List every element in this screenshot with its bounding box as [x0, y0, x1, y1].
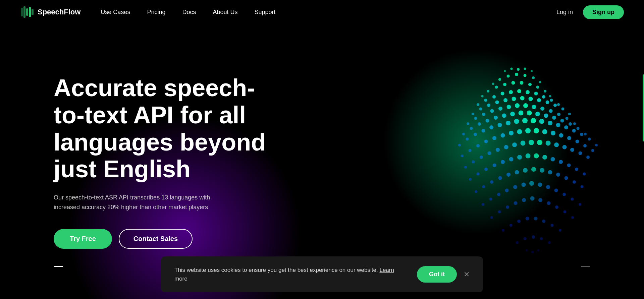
svg-point-14 — [532, 76, 535, 79]
login-button[interactable]: Log in — [556, 9, 573, 16]
svg-point-66 — [470, 127, 473, 130]
svg-point-150 — [498, 176, 502, 180]
svg-point-21 — [520, 81, 524, 85]
svg-point-35 — [542, 95, 545, 99]
svg-point-100 — [469, 149, 472, 152]
svg-point-137 — [509, 157, 514, 162]
svg-point-13 — [524, 74, 527, 77]
svg-point-133 — [477, 173, 480, 176]
svg-point-142 — [551, 157, 555, 162]
svg-point-145 — [575, 168, 578, 171]
scroll-accent — [643, 74, 644, 141]
svg-point-105 — [509, 131, 514, 135]
svg-point-112 — [567, 136, 571, 140]
svg-point-26 — [481, 95, 484, 98]
svg-point-58 — [523, 103, 528, 108]
svg-point-178 — [522, 198, 526, 202]
svg-point-95 — [572, 129, 576, 133]
svg-point-60 — [540, 107, 544, 111]
close-cookie-button[interactable]: ✕ — [464, 271, 470, 278]
svg-point-51 — [467, 122, 469, 125]
svg-point-93 — [556, 123, 560, 127]
hero-buttons: Try Free Contact Sales — [54, 229, 268, 249]
svg-point-167 — [529, 181, 534, 186]
svg-point-107 — [525, 128, 531, 133]
svg-point-79 — [577, 127, 580, 130]
svg-point-129 — [570, 148, 574, 152]
svg-point-199 — [537, 249, 540, 252]
svg-point-104 — [501, 133, 505, 138]
svg-point-11 — [507, 75, 510, 78]
svg-point-148 — [482, 185, 485, 188]
svg-point-152 — [515, 170, 519, 175]
svg-point-151 — [506, 173, 511, 177]
svg-point-20 — [512, 81, 515, 85]
svg-point-33 — [526, 90, 530, 94]
contact-sales-button[interactable]: Contact Sales — [119, 229, 193, 249]
svg-point-184 — [571, 216, 574, 219]
svg-point-177 — [514, 201, 518, 205]
svg-point-77 — [560, 119, 564, 123]
svg-point-46 — [537, 98, 541, 102]
svg-point-111 — [559, 133, 564, 138]
svg-point-64 — [573, 122, 576, 125]
got-it-button[interactable]: Got it — [417, 266, 457, 283]
svg-point-124 — [529, 140, 534, 145]
svg-point-168 — [538, 183, 542, 187]
hero-subtitle: Our speech-to-text ASR API transcribes 1… — [54, 193, 215, 212]
svg-point-153 — [523, 168, 528, 173]
svg-point-176 — [506, 205, 509, 209]
logo-area[interactable]: SpeechFlow — [20, 5, 80, 19]
nav-docs[interactable]: Docs — [182, 9, 196, 16]
svg-point-42 — [503, 98, 507, 102]
svg-point-52 — [474, 117, 477, 120]
svg-point-118 — [480, 156, 483, 159]
nav-use-cases[interactable]: Use Cases — [101, 9, 130, 16]
svg-point-69 — [494, 116, 498, 120]
svg-point-25 — [549, 95, 551, 98]
svg-rect-1 — [23, 6, 25, 18]
svg-point-154 — [531, 167, 536, 172]
svg-point-108 — [534, 128, 539, 133]
svg-point-165 — [513, 185, 517, 189]
svg-point-40 — [487, 104, 490, 107]
hero-content: Accurate speech-to-text API for all lang… — [0, 74, 268, 248]
svg-point-126 — [546, 141, 551, 146]
svg-point-18 — [495, 86, 498, 89]
navbar: SpeechFlow Use Cases Pricing Docs About … — [0, 0, 644, 24]
svg-point-57 — [515, 103, 520, 108]
svg-point-188 — [526, 217, 529, 221]
svg-point-172 — [571, 198, 574, 201]
try-free-button[interactable]: Try Free — [54, 229, 112, 249]
svg-point-191 — [551, 224, 554, 227]
brain-visualization — [426, 53, 610, 271]
svg-point-125 — [537, 140, 542, 145]
nav-support[interactable]: Support — [254, 9, 275, 16]
svg-point-82 — [466, 138, 469, 141]
svg-point-135 — [493, 164, 496, 167]
signup-button[interactable]: Sign up — [583, 5, 624, 19]
svg-point-67 — [478, 122, 481, 126]
svg-point-48 — [553, 104, 557, 107]
svg-point-146 — [583, 173, 586, 176]
slide-indicator-active — [54, 266, 63, 267]
svg-point-101 — [476, 144, 480, 147]
svg-point-39 — [479, 108, 482, 111]
svg-point-136 — [501, 160, 505, 164]
svg-point-193 — [516, 241, 519, 244]
svg-point-19 — [503, 83, 506, 86]
hero-title: Accurate speech-to-text API for all lang… — [54, 74, 268, 183]
svg-point-119 — [488, 152, 491, 155]
svg-point-99 — [461, 155, 464, 157]
svg-point-183 — [564, 211, 567, 214]
nav-pricing[interactable]: Pricing — [147, 9, 165, 16]
svg-point-117 — [472, 161, 475, 164]
svg-point-127 — [554, 142, 559, 147]
svg-point-144 — [567, 164, 571, 167]
svg-point-10 — [498, 78, 501, 81]
svg-point-157 — [556, 173, 560, 177]
svg-point-12 — [515, 73, 518, 76]
svg-point-16 — [492, 83, 494, 85]
svg-point-24 — [544, 90, 546, 93]
nav-about-us[interactable]: About Us — [213, 9, 237, 16]
